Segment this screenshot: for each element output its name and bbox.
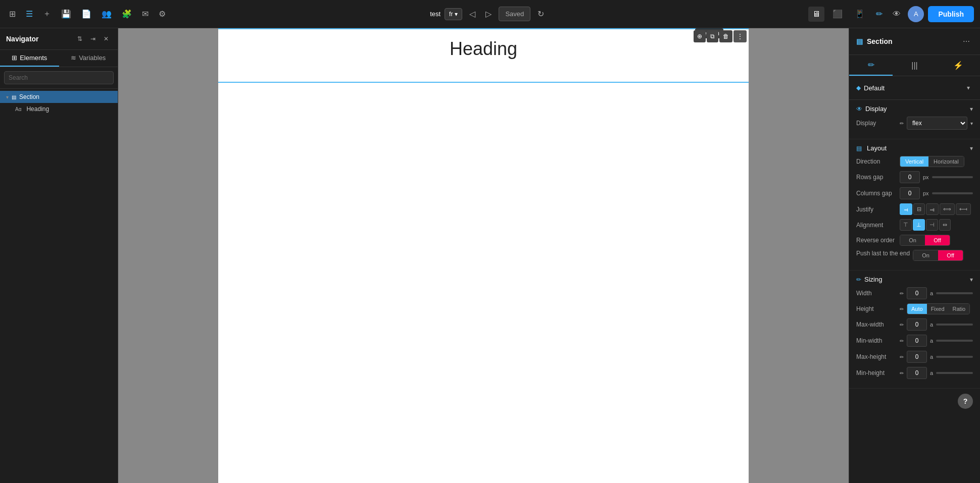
preset-chevron-icon[interactable]: ▾ xyxy=(964,81,973,94)
save-icon[interactable]: 💾 xyxy=(58,6,74,22)
mobile-device-btn[interactable]: 📱 xyxy=(851,6,869,22)
align-center-btn[interactable]: ⊥ xyxy=(913,219,925,231)
columns-gap-input[interactable] xyxy=(900,187,920,199)
add-icon[interactable]: ＋ xyxy=(40,6,54,22)
justify-end-btn[interactable]: ⫥ xyxy=(926,203,939,215)
width-input[interactable] xyxy=(907,287,927,299)
max-height-input[interactable] xyxy=(907,351,927,363)
height-pencil-icon: ✏ xyxy=(900,306,904,312)
justify-center-btn[interactable]: ⊟ xyxy=(913,203,925,215)
apps-icon[interactable]: ⊞ xyxy=(6,6,19,22)
page-frame: Section ⊕ ⧉ 🗑 ⋮ Heading xyxy=(218,28,749,483)
mail-icon[interactable]: ✉ xyxy=(139,6,152,22)
tab-style[interactable]: ✏ xyxy=(849,55,893,76)
columns-gap-slider[interactable] xyxy=(932,192,973,194)
tree-item-section[interactable]: ▾ ▤ Section xyxy=(0,91,118,103)
users-icon[interactable]: 👥 xyxy=(99,6,115,22)
justify-space-between-btn[interactable]: ⟺ xyxy=(940,203,955,215)
reverse-order-field-row: Reverse order On Off xyxy=(856,235,973,246)
min-height-slider[interactable] xyxy=(936,372,973,374)
preview-icon[interactable]: 👁 xyxy=(890,7,904,22)
sizing-block-header[interactable]: ✏ Sizing ▾ xyxy=(856,276,973,283)
tablet-device-btn[interactable]: ⬛ xyxy=(828,6,847,22)
max-width-input[interactable] xyxy=(907,318,927,331)
nav-expand-icon[interactable]: ⇅ xyxy=(74,32,85,45)
puzzle-icon[interactable]: 🧩 xyxy=(119,6,135,22)
columns-gap-unit: px xyxy=(923,190,929,196)
section-action-more-icon[interactable]: ⋮ xyxy=(733,30,747,42)
max-width-slider[interactable] xyxy=(936,324,973,326)
display-value-select[interactable]: flex block none xyxy=(907,117,967,130)
reverse-order-off-btn[interactable]: Off xyxy=(925,235,950,245)
height-ratio-btn[interactable]: Ratio xyxy=(949,304,970,314)
section-border-bottom xyxy=(218,82,749,83)
layout-block-header[interactable]: ▤ Layout ▾ xyxy=(856,144,973,152)
refresh-icon[interactable]: ↻ xyxy=(534,6,547,22)
rows-gap-slider[interactable] xyxy=(932,176,973,178)
settings-icon[interactable]: ⚙ xyxy=(156,6,169,22)
height-auto-btn[interactable]: Auto xyxy=(907,304,927,314)
nav-search-container xyxy=(0,67,118,89)
redo-icon[interactable]: ▷ xyxy=(482,6,495,22)
nav-pin-icon[interactable]: ⇥ xyxy=(87,32,99,45)
edit-mode-icon[interactable]: ✏ xyxy=(873,6,886,22)
min-width-input[interactable] xyxy=(907,335,927,347)
direction-vertical-btn[interactable]: Vertical xyxy=(900,156,928,167)
width-slider[interactable] xyxy=(936,292,973,294)
min-width-slider[interactable] xyxy=(936,340,973,342)
min-height-input[interactable] xyxy=(907,367,927,379)
display-select-chevron-icon: ▾ xyxy=(970,121,973,126)
topbar-center: test fr ▾ ◁ ▷ Saved ↻ xyxy=(173,6,804,22)
max-width-field-row: Max-width ✏ a xyxy=(856,318,973,331)
justify-space-around-btn[interactable]: ⟻ xyxy=(956,203,971,215)
align-end-btn[interactable]: ⊣ xyxy=(926,219,938,231)
min-width-label: Min-width xyxy=(856,337,897,344)
publish-button[interactable]: Publish xyxy=(928,6,974,22)
section-action-duplicate-icon[interactable]: ⧉ xyxy=(707,30,718,42)
help-button[interactable]: ? xyxy=(958,394,973,409)
push-last-on-btn[interactable]: On xyxy=(913,250,938,260)
right-panel-more-icon[interactable]: ⋯ xyxy=(960,34,973,48)
tab-layout[interactable]: ||| xyxy=(893,55,936,76)
site-name: test xyxy=(430,10,440,18)
tab-elements[interactable]: ⊞ Elements xyxy=(0,50,59,67)
direction-toggle-group: Vertical Horizontal xyxy=(900,156,964,167)
undo-icon[interactable]: ◁ xyxy=(466,6,478,22)
reverse-order-on-btn[interactable]: On xyxy=(900,235,925,245)
push-last-toggle: On Off xyxy=(913,250,963,261)
display-block-header[interactable]: 👁 Display ▾ xyxy=(856,105,973,113)
align-start-btn[interactable]: ⊤ xyxy=(900,219,912,231)
heading-element[interactable]: Heading xyxy=(218,28,749,70)
direction-horizontal-btn[interactable]: Horizontal xyxy=(928,156,964,167)
section-action-copy-icon[interactable]: ⊕ xyxy=(694,30,706,42)
push-last-field-row: Push last to the end On Off xyxy=(856,250,973,261)
saved-button[interactable]: Saved xyxy=(499,7,530,21)
justify-start-btn[interactable]: ⫤ xyxy=(900,203,912,215)
tab-variables[interactable]: ≋ Variables xyxy=(59,50,118,67)
rows-gap-input[interactable] xyxy=(900,171,920,183)
lang-selector[interactable]: fr ▾ xyxy=(445,8,462,20)
desktop-device-btn[interactable]: 🖥 xyxy=(808,7,824,22)
search-input[interactable] xyxy=(4,71,114,84)
align-stretch-btn[interactable]: ⇔ xyxy=(939,219,951,231)
max-height-slider[interactable] xyxy=(936,356,973,358)
height-fixed-btn[interactable]: Fixed xyxy=(927,304,949,314)
min-width-unit: a xyxy=(930,338,933,344)
pages-icon[interactable]: 📄 xyxy=(78,6,94,22)
sizing-chevron-icon: ▾ xyxy=(970,276,973,283)
rows-gap-unit: px xyxy=(923,174,929,180)
tab-interact[interactable]: ⚡ xyxy=(937,55,980,76)
lightning-icon: ⚡ xyxy=(953,61,963,70)
display-field-row: Display ✏ flex block none ▾ xyxy=(856,117,973,130)
nav-icon[interactable]: ☰ xyxy=(23,6,36,22)
section-action-delete-icon[interactable]: 🗑 xyxy=(719,30,732,42)
display-field-label: Display xyxy=(856,120,897,127)
style-pencil-icon: ✏ xyxy=(868,60,874,70)
sizing-block-title: ✏ Sizing xyxy=(856,276,882,283)
tree-item-heading[interactable]: Aα Heading xyxy=(0,103,118,115)
push-last-off-btn[interactable]: Off xyxy=(938,250,963,260)
preset-label: ◆ Default xyxy=(856,84,885,92)
nav-close-icon[interactable]: ✕ xyxy=(101,32,112,45)
layout-bars-icon: ||| xyxy=(911,61,917,70)
display-block-title: 👁 Display xyxy=(856,105,887,113)
